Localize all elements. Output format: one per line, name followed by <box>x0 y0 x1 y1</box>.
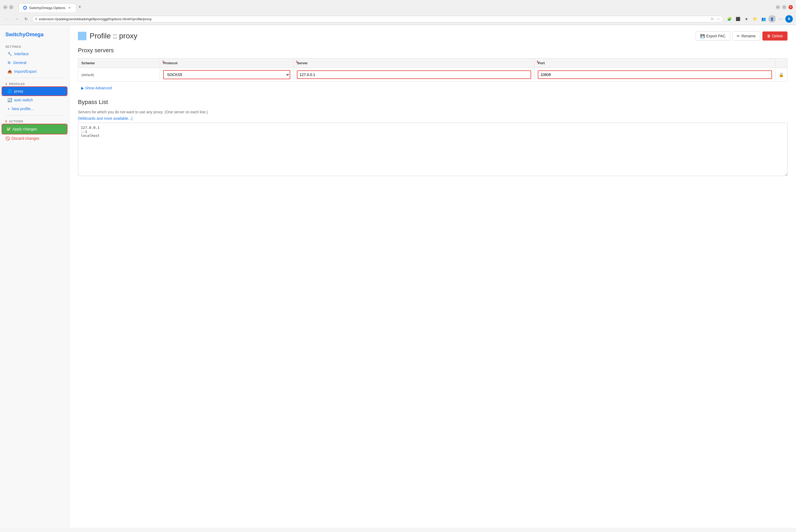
minimize-button[interactable]: — <box>3 5 7 10</box>
show-advanced-link[interactable]: ▶ Show Advanced <box>78 84 115 92</box>
bypass-section: Bypass List Servers for which you do not… <box>78 99 788 177</box>
col-num-2: 2 <box>162 60 164 63</box>
protocol-select[interactable]: SOCKS5 SOCKS4 HTTP HTTPS <box>163 70 290 79</box>
page-header: Profile :: proxy 💾 Export PAC ✏ Rename 🗑… <box>78 32 788 40</box>
port-header: 4 Port <box>535 58 775 68</box>
collections-icon[interactable]: 📁 <box>751 15 759 23</box>
proxy-servers-title: Proxy servers <box>78 47 788 54</box>
apply-label: Apply changes <box>13 127 37 131</box>
app-title: SwitchyOmega <box>0 29 69 43</box>
export-pac-button[interactable]: 💾 Export PAC <box>696 32 730 40</box>
main-content: Profile :: proxy 💾 Export PAC ✏ Rename 🗑… <box>69 25 796 528</box>
proxy-label: proxy <box>14 89 23 93</box>
toolbar-icons: 🧩 ⬛ ★ 📁 👥 👤 ⋯ B <box>725 15 793 23</box>
delete-button[interactable]: 🗑 Delete <box>762 32 788 40</box>
col-num-3: 3 <box>296 60 298 63</box>
plus-icon: + <box>7 107 10 111</box>
window-buttons: — □ ✕ <box>776 5 793 10</box>
gear-icon: ⚙ <box>7 60 11 65</box>
lock-icon: ℹ <box>36 17 37 21</box>
protocol-cell: SOCKS5 SOCKS4 HTTP HTTPS <box>160 68 294 82</box>
proxy-row: (default) SOCKS5 SOCKS4 HTTP HTTPS <box>78 68 788 82</box>
sidebar-item-auto-switch[interactable]: 🔄 auto switch <box>2 96 67 104</box>
bypass-textarea[interactable]: 127.0.0.1 ::1 localhost <box>78 123 788 176</box>
url-bar[interactable]: ℹ extension://padekgcemlokbadohgkifijomc… <box>32 16 723 22</box>
rename-label: Rename <box>742 34 756 38</box>
sidebar-item-proxy[interactable]: 🌐 proxy <box>2 87 67 95</box>
globe-icon: 🌐 <box>7 89 12 93</box>
browser-chrome: — □ SwitchyOmega Options ✕ + — □ ✕ ← → ↻… <box>0 0 796 25</box>
win-minimize[interactable]: — <box>776 5 780 10</box>
forward-button[interactable]: → <box>13 15 20 23</box>
lock-icon: 🔒 <box>779 73 784 77</box>
maximize-button[interactable]: □ <box>9 5 13 10</box>
back-button[interactable]: ← <box>3 15 11 23</box>
rename-button[interactable]: ✏ Rename <box>732 32 760 40</box>
tab-bar: SwitchyOmega Options ✕ + <box>16 2 774 12</box>
x-circle-icon: 🚫 <box>5 136 10 140</box>
protocol-header: 2 Protocol <box>160 58 294 68</box>
window-controls: — □ <box>3 5 13 10</box>
header-actions: 💾 Export PAC ✏ Rename 🗑 Delete <box>696 32 788 40</box>
import-export-icon: 📤 <box>7 69 12 74</box>
profile-avatar[interactable]: 👤 <box>768 15 776 23</box>
actions-section-wrapper: 5 ACTIONS <box>0 118 69 124</box>
auto-switch-label: auto switch <box>14 98 33 102</box>
sidebar-item-import-export[interactable]: 📤 Import/Export <box>2 67 67 76</box>
lock-header <box>775 58 788 68</box>
url-text: extension://padekgcemlokbadohgkifijomclg… <box>39 17 709 21</box>
new-tab-button[interactable]: + <box>76 2 83 12</box>
bypass-description: Servers for which you do not want to use… <box>78 110 788 114</box>
proxy-item-wrapper: 🌐 proxy <box>2 87 67 95</box>
scheme-header: Scheme <box>78 58 160 68</box>
sidebar-icon[interactable]: ⬛ <box>734 15 742 23</box>
settings-icon[interactable]: ⋯ <box>777 15 784 23</box>
import-export-label: Import/Export <box>14 69 37 74</box>
page-title: Profile :: proxy <box>90 32 137 40</box>
bing-button[interactable]: B <box>785 15 793 23</box>
wrench-icon: 🔧 <box>7 52 12 56</box>
server-cell <box>294 68 535 82</box>
show-advanced-label: Show Advanced <box>85 86 112 90</box>
address-bar: ← → ↻ ℹ extension://padekgcemlokbadohgki… <box>0 14 796 25</box>
copilot-sidebar-icon[interactable]: 👥 <box>760 15 767 23</box>
wildcards-link[interactable]: (Wildcards and more available...) <box>78 116 133 120</box>
extensions-icon[interactable]: 🧩 <box>725 15 733 23</box>
export-pac-label: Export PAC <box>706 34 725 38</box>
app-layout: SwitchyOmega SETTINGS 🔧 Interface ⚙ Gene… <box>0 25 796 528</box>
lock-cell: 🔒 <box>775 68 788 82</box>
apply-changes-button[interactable]: ✅ Apply changes <box>2 124 67 134</box>
profiles-section-label: 1 PROFILES <box>0 80 69 87</box>
discard-label: Discard changes <box>12 136 39 140</box>
port-input[interactable] <box>538 70 772 79</box>
discard-changes-button[interactable]: 🚫 Discard changes <box>0 134 44 142</box>
port-cell <box>535 68 775 82</box>
profiles-section-wrapper: 1 PROFILES <box>0 80 69 87</box>
page-title-area: Profile :: proxy <box>78 32 137 40</box>
show-advanced-area: ▶ Show Advanced <box>78 84 788 92</box>
active-tab[interactable]: SwitchyOmega Options ✕ <box>19 3 76 12</box>
actions-number: 5 <box>5 120 7 123</box>
server-input[interactable] <box>297 70 531 79</box>
reader-icon: A↓ <box>711 17 715 21</box>
profile-color-indicator <box>78 32 87 40</box>
switch-icon: 🔄 <box>7 98 12 102</box>
profiles-number: 1 <box>5 82 7 86</box>
tab-close-button[interactable]: ✕ <box>68 6 72 10</box>
col-num-4: 4 <box>537 60 538 63</box>
favorites-icon[interactable]: ★ <box>743 15 750 23</box>
export-icon: 💾 <box>700 34 705 38</box>
star-icon: ☆ <box>717 17 720 21</box>
win-restore[interactable]: □ <box>782 5 786 10</box>
sidebar-item-new-profile[interactable]: + New profile... <box>2 104 67 113</box>
sidebar-item-interface[interactable]: 🔧 Interface <box>2 50 67 58</box>
refresh-button[interactable]: ↻ <box>22 15 30 23</box>
delete-label: Delete <box>772 34 783 38</box>
sidebar-item-general[interactable]: ⚙ General <box>2 58 67 67</box>
win-close[interactable]: ✕ <box>789 5 793 10</box>
title-bar: — □ SwitchyOmega Options ✕ + — □ ✕ <box>0 0 796 14</box>
server-header: 3 Server <box>294 58 535 68</box>
chevron-right-icon: ▶ <box>81 86 84 90</box>
general-label: General <box>13 60 26 65</box>
actions-section-label: 5 ACTIONS <box>0 118 69 124</box>
